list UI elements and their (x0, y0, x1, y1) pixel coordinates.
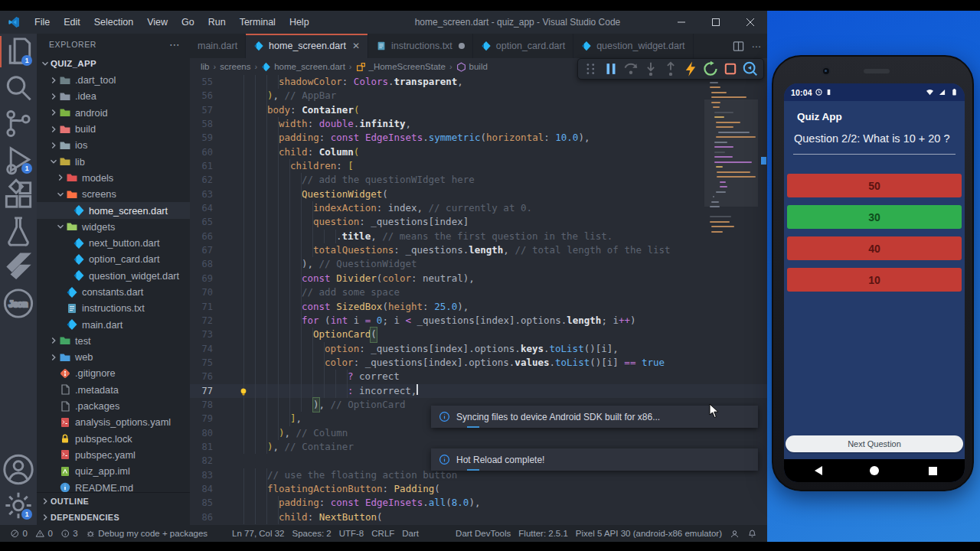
status-info-count[interactable]: 3 (57, 525, 82, 542)
status-flutter[interactable]: Flutter: 2.5.1 (514, 525, 572, 542)
project-root-item[interactable]: QUIZ_APP (37, 55, 190, 72)
menu-run[interactable]: Run (201, 11, 233, 34)
code-line-76[interactable]: 76? correct (190, 370, 767, 383)
breadcrumb-build[interactable]: build (456, 62, 488, 72)
code-line-60[interactable]: 60child: Column( (190, 145, 767, 159)
breadcrumb-home-screen-dart[interactable]: home_screen.dart (261, 62, 345, 72)
pause-icon[interactable] (603, 60, 619, 77)
code-line-57[interactable]: 57body: Container( (190, 103, 767, 117)
modified-dot-icon[interactable] (459, 43, 465, 49)
hot-reload-icon[interactable] (682, 60, 699, 77)
tree-item-web[interactable]: web (37, 349, 190, 365)
debug-config-item[interactable]: Debug my code + packages (82, 525, 211, 542)
tree-item-models[interactable]: models (37, 170, 190, 186)
tree-item-android[interactable]: android (37, 105, 190, 121)
breadcrumb-screens[interactable]: screens (220, 62, 250, 71)
tab-home-screen-dart[interactable]: home_screen.dart✕ (246, 34, 368, 58)
tree-item--gitignore[interactable]: .gitignore (37, 365, 190, 381)
status-utf-8[interactable]: UTF-8 (335, 525, 368, 542)
status-dart[interactable]: Dart DevTools (452, 525, 514, 542)
tree-item-lib[interactable]: lib (37, 153, 190, 169)
minimize-button[interactable] (664, 11, 698, 34)
inspector-icon[interactable] (742, 60, 759, 77)
code-line-86[interactable]: 86child: NextButton( (190, 510, 767, 524)
restart-icon[interactable] (702, 60, 719, 77)
grip-icon[interactable] (583, 60, 599, 77)
tree-item-next-button-dart[interactable]: next_button.dart (37, 235, 190, 251)
activity-run-debug-icon[interactable]: 1 (0, 142, 37, 178)
status-dart[interactable]: Dart (398, 525, 423, 542)
code-line-68[interactable]: 68), // QuestionWidget (190, 257, 767, 271)
menu-go[interactable]: Go (175, 11, 201, 34)
code-line-63[interactable]: 63QuestionWidget( (190, 187, 767, 201)
code-line-61[interactable]: 61children: [ (190, 159, 767, 173)
tree-item-widgets[interactable]: widgets (37, 219, 190, 235)
menu-view[interactable]: View (140, 11, 175, 34)
tree-item-quiz-app-iml[interactable]: quiz_app.iml (37, 463, 190, 479)
bell-icon[interactable] (743, 525, 761, 542)
more-actions-icon[interactable]: ⋯ (752, 41, 762, 52)
code-line-56[interactable]: 56), // AppBar (190, 89, 767, 103)
next-question-button[interactable]: Next Question (786, 435, 963, 452)
code-line-84[interactable]: 84floatingActionButton: Padding( (190, 482, 767, 496)
code-line-70[interactable]: 70// add some space (190, 285, 767, 299)
code-line-66[interactable]: 66.title, // means the first question in… (190, 230, 767, 243)
step-into-icon[interactable] (642, 60, 659, 77)
menu-help[interactable]: Help (283, 11, 316, 34)
breadcrumb-lib[interactable]: lib (201, 62, 210, 71)
close-button[interactable] (733, 11, 767, 34)
code-line-62[interactable]: 62// add the questionWIdget here (190, 173, 767, 187)
nav-home-button[interactable] (870, 466, 879, 475)
tree-item-ios[interactable]: ios (37, 137, 190, 153)
tree-item-screens[interactable]: screens (37, 186, 190, 202)
activity-source-control-icon[interactable] (0, 106, 37, 142)
tree-item-question-widget-dart[interactable]: question_widget.dart (37, 268, 190, 284)
maximize-button[interactable] (698, 11, 733, 34)
tab-main-dart[interactable]: main.dart (190, 34, 246, 58)
option-card-50[interactable]: 50 (787, 174, 962, 197)
code-line-80[interactable]: 80), // Column (190, 426, 767, 440)
option-card-30[interactable]: 30 (787, 205, 962, 229)
tree-item-readme-md[interactable]: README.md (37, 479, 190, 492)
tab-option-card-dart[interactable]: option_card.dart (473, 34, 573, 58)
step-out-icon[interactable] (662, 60, 679, 77)
tree-item--packages[interactable]: .packages (37, 398, 190, 414)
feedback-icon[interactable] (726, 525, 743, 542)
nav-recents-button[interactable] (929, 467, 937, 475)
close-tab-icon[interactable]: ✕ (352, 41, 360, 51)
status-spaces[interactable]: Spaces: 2 (289, 525, 335, 542)
activity-json-icon[interactable]: Json (0, 285, 37, 321)
activity-flutter-icon[interactable] (0, 249, 37, 285)
tree-item-pubspec-lock[interactable]: pubspec.lock (37, 431, 190, 447)
section-dependencies[interactable]: DEPENDENCIES (37, 509, 190, 525)
activity-account-icon[interactable] (0, 452, 37, 487)
code-line-65[interactable]: 65question: _questions[index] (190, 215, 767, 229)
tree-item--idea[interactable]: .idea (37, 88, 190, 104)
code-line-67[interactable]: 67totalQuestions: _questions.length, // … (190, 243, 767, 257)
tree-item-pubspec-yaml[interactable]: pubspec.yaml (37, 447, 190, 463)
tree-item-build[interactable]: build (37, 121, 190, 137)
status-crlf[interactable]: CRLF (368, 525, 398, 542)
nav-back-button[interactable] (815, 466, 822, 475)
status-pixel[interactable]: Pixel 5 API 30 (android-x86 emulator) (572, 525, 726, 542)
tree-item--dart-tool[interactable]: .dart_tool (37, 72, 190, 88)
code-line-74[interactable]: 74option: _questions[index].options.keys… (190, 342, 767, 356)
tree-item-main-dart[interactable]: main.dart (37, 316, 190, 332)
explorer-more-actions-icon[interactable]: ⋯ (169, 38, 181, 51)
code-line-71[interactable]: 71const SizedBox(height: 25.0), (190, 300, 767, 314)
tab-question-widget-dart[interactable]: question_widget.dart (573, 34, 693, 58)
status-ln[interactable]: Ln 77, Col 32 (228, 525, 288, 542)
status-error-count[interactable]: 0 (6, 525, 31, 542)
activity-explorer-icon[interactable]: 1 (0, 34, 37, 70)
code-line-59[interactable]: 59padding: const EdgeInsets.symmetric(ho… (190, 131, 767, 145)
code-line-64[interactable]: 64indexAction: index, // currently at 0. (190, 201, 767, 215)
code-line-73[interactable]: 73OptionCard( (190, 328, 767, 341)
menu-selection[interactable]: Selection (87, 11, 140, 34)
breadcrumb--homescreenstate[interactable]: _HomeScreenState (356, 62, 446, 72)
step-over-icon[interactable] (622, 60, 639, 77)
activity-settings-icon[interactable]: 1 (0, 487, 37, 523)
tree-item-constants-dart[interactable]: constants.dart (37, 284, 190, 300)
code-line-75[interactable]: 75color: _questions[index].options.value… (190, 356, 767, 370)
activity-extensions-icon[interactable] (0, 178, 37, 214)
section-outline[interactable]: OUTLINE (37, 493, 190, 509)
